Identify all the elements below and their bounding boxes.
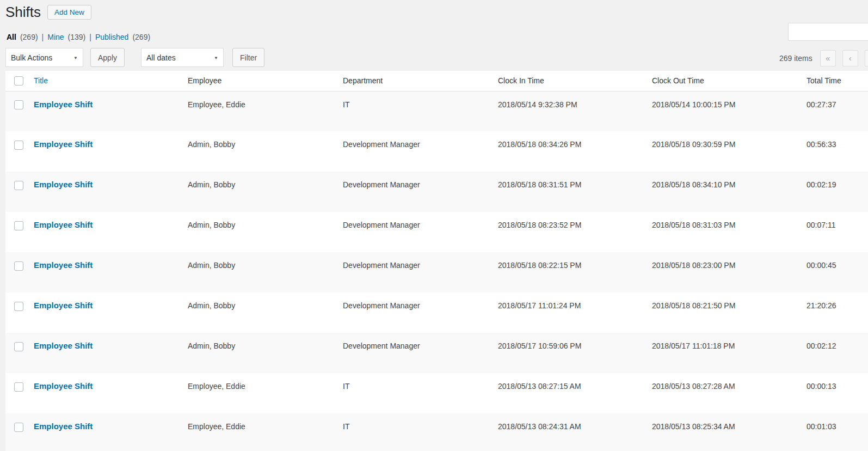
table-row: Employee Shift Employee, Eddie IT 2018/0… — [5, 413, 868, 451]
clock-out-cell: 2018/05/18 09:30:59 PM — [652, 131, 807, 172]
employee-cell: Employee, Eddie — [188, 91, 343, 131]
total-time-cell: 21:20:26 — [807, 292, 868, 333]
prev-page-button[interactable]: ‹ — [842, 50, 858, 66]
date-filter-value: All dates — [146, 53, 176, 62]
view-all-count: (269) — [20, 33, 38, 41]
page-header: Shifts Add New — [5, 0, 91, 25]
clock-in-cell: 2018/05/13 08:27:15 AM — [498, 373, 652, 413]
clock-out-cell: 2018/05/17 11:01:18 PM — [652, 333, 807, 373]
row-checkbox[interactable] — [14, 382, 23, 392]
view-mine-count: (139) — [68, 33, 86, 41]
apply-button[interactable]: Apply — [90, 48, 125, 67]
column-header-employee: Employee — [188, 71, 343, 91]
view-separator: | — [42, 33, 44, 41]
row-checkbox[interactable] — [14, 181, 23, 190]
clock-in-cell: 2018/05/18 08:22:15 PM — [498, 252, 652, 292]
table-row: Employee Shift Admin, Bobby Development … — [5, 292, 868, 333]
shift-title-link[interactable]: Employee Shift — [34, 301, 93, 310]
total-time-cell: 00:02:19 — [807, 172, 868, 212]
select-all-checkbox[interactable] — [14, 76, 23, 86]
first-page-button[interactable]: « — [820, 50, 836, 66]
filter-button[interactable]: Filter — [232, 48, 264, 67]
view-published-count: (269) — [132, 33, 150, 41]
date-filter-select[interactable]: All dates ▼ — [141, 48, 224, 67]
row-checkbox[interactable] — [14, 261, 23, 271]
row-checkbox[interactable] — [14, 100, 23, 109]
clock-out-cell: 2018/05/13 08:25:34 AM — [652, 413, 807, 451]
table-row: Employee Shift Admin, Bobby Development … — [5, 172, 868, 212]
pagination: 269 items « ‹ — [779, 50, 868, 66]
clock-in-cell: 2018/05/14 9:32:38 PM — [498, 91, 652, 131]
column-header-total-time: Total Time — [807, 71, 868, 91]
employee-cell: Admin, Bobby — [188, 252, 343, 292]
shift-title-link[interactable]: Employee Shift — [34, 180, 93, 189]
column-header-clock-in: Clock In Time — [498, 71, 652, 91]
column-header-clock-out: Clock Out Time — [652, 71, 807, 91]
shift-title-link[interactable]: Employee Shift — [34, 139, 93, 149]
view-mine-link[interactable]: Mine — [47, 33, 64, 41]
view-separator: | — [89, 33, 91, 41]
caret-down-icon: ▼ — [73, 55, 78, 60]
view-all-link[interactable]: All — [7, 33, 16, 41]
clock-out-cell: 2018/05/18 08:21:50 PM — [652, 292, 807, 333]
clock-out-cell: 2018/05/13 08:27:28 AM — [652, 373, 807, 413]
view-published-link[interactable]: Published — [95, 33, 129, 41]
clock-in-cell: 2018/05/13 08:24:31 AM — [498, 413, 652, 451]
employee-cell: Admin, Bobby — [188, 333, 343, 373]
employee-cell: Admin, Bobby — [188, 131, 343, 172]
row-checkbox[interactable] — [14, 221, 23, 230]
clock-in-cell: 2018/05/18 08:31:51 PM — [498, 172, 652, 212]
table-row: Employee Shift Employee, Eddie IT 2018/0… — [5, 91, 868, 131]
search-input[interactable] — [788, 23, 868, 41]
row-checkbox[interactable] — [14, 141, 23, 150]
department-cell: Development Manager — [343, 131, 498, 172]
bulk-actions-select[interactable]: Bulk Actions ▼ — [5, 48, 83, 67]
table-row: Employee Shift Admin, Bobby Development … — [5, 131, 868, 172]
current-page-box[interactable] — [865, 50, 868, 66]
column-header-department: Department — [343, 71, 498, 91]
department-cell: Development Manager — [343, 292, 498, 333]
total-time-cell: 00:02:12 — [807, 333, 868, 373]
table-row: Employee Shift Employee, Eddie IT 2018/0… — [5, 373, 868, 413]
table-container: Title Employee Department Clock In Time … — [5, 71, 868, 451]
shift-title-link[interactable]: Employee Shift — [34, 100, 93, 109]
clock-out-cell: 2018/05/18 08:31:03 PM — [652, 212, 807, 252]
clock-out-cell: 2018/05/18 08:34:10 PM — [652, 172, 807, 212]
employee-cell: Admin, Bobby — [188, 172, 343, 212]
table-row: Employee Shift Admin, Bobby Development … — [5, 333, 868, 373]
bulk-actions-value: Bulk Actions — [11, 53, 52, 62]
total-time-cell: 00:56:33 — [807, 131, 868, 172]
total-time-cell: 00:00:45 — [807, 252, 868, 292]
total-time-cell: 00:00:13 — [807, 373, 868, 413]
department-cell: Development Manager — [343, 172, 498, 212]
table-header-row: Title Employee Department Clock In Time … — [5, 71, 868, 91]
department-cell: Development Manager — [343, 212, 498, 252]
clock-in-cell: 2018/05/18 08:34:26 PM — [498, 131, 652, 172]
caret-down-icon: ▼ — [214, 55, 218, 60]
shift-title-link[interactable]: Employee Shift — [34, 220, 93, 229]
department-cell: IT — [343, 91, 498, 131]
add-new-button[interactable]: Add New — [47, 5, 91, 20]
table-row: Employee Shift Admin, Bobby Development … — [5, 212, 868, 252]
employee-cell: Admin, Bobby — [188, 292, 343, 333]
shift-title-link[interactable]: Employee Shift — [34, 341, 93, 350]
row-checkbox[interactable] — [14, 423, 23, 432]
row-checkbox[interactable] — [14, 342, 23, 351]
sort-by-title-link[interactable]: Title — [34, 76, 48, 85]
shift-title-link[interactable]: Employee Shift — [34, 381, 93, 391]
department-cell: IT — [343, 373, 498, 413]
employee-cell: Employee, Eddie — [188, 413, 343, 451]
shift-title-link[interactable]: Employee Shift — [34, 260, 93, 270]
clock-in-cell: 2018/05/17 11:01:24 PM — [498, 292, 652, 333]
total-time-cell: 00:27:37 — [807, 91, 868, 131]
department-cell: Development Manager — [343, 333, 498, 373]
employee-cell: Admin, Bobby — [188, 212, 343, 252]
clock-out-cell: 2018/05/14 10:00:15 PM — [652, 91, 807, 131]
row-checkbox[interactable] — [14, 302, 23, 311]
table-toolbar: Bulk Actions ▼ Apply All dates ▼ Filter — [5, 48, 264, 67]
department-cell: IT — [343, 413, 498, 451]
shift-title-link[interactable]: Employee Shift — [34, 422, 93, 431]
clock-in-cell: 2018/05/18 08:23:52 PM — [498, 212, 652, 252]
column-header-title: Title — [34, 71, 188, 91]
clock-out-cell: 2018/05/18 08:23:00 PM — [652, 252, 807, 292]
